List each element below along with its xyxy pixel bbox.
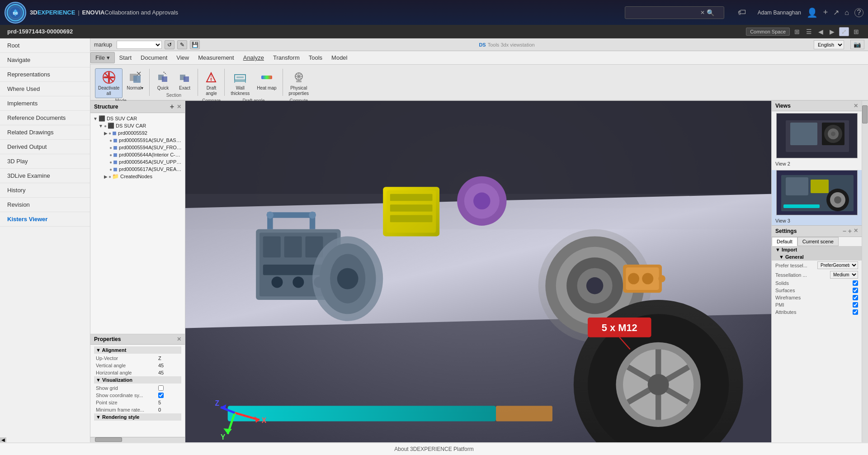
tree-node-4[interactable]: ● ◼ prd00005594A(SUV_FRONT_PA <box>92 144 183 151</box>
general-section-header[interactable]: ▼ General <box>772 253 862 261</box>
user-avatar-icon[interactable]: 👤 <box>807 7 818 18</box>
search-icon[interactable]: 🔍 <box>707 9 714 16</box>
screenshot-btn[interactable]: 📷 <box>850 40 864 49</box>
settings-minus-btn[interactable]: − <box>843 228 846 235</box>
grid-icon[interactable]: ⊞ <box>793 27 802 36</box>
pmi-checkbox[interactable] <box>853 302 858 308</box>
help-icon[interactable]: ? <box>854 8 863 17</box>
viewer-main[interactable]: ✕ DS SUV CAR.3dvs <box>185 101 771 442</box>
visibility-icon[interactable]: ● <box>108 174 111 179</box>
views-close-btn[interactable]: ✕ <box>854 103 858 109</box>
sidebar-item-kisters[interactable]: Kisters Viewer <box>0 212 90 227</box>
sidebar-item-where-used[interactable]: Where Used <box>0 82 90 96</box>
wireframes-checkbox[interactable] <box>853 295 858 300</box>
structure-close-btn[interactable]: ✕ <box>177 104 181 110</box>
settings-tab-default[interactable]: Default <box>772 237 797 246</box>
tree-node-5[interactable]: ● ◼ prd00005644A(Interior C-Beyond <box>92 151 183 158</box>
sidebar-item-3d-play[interactable]: 3D Play <box>0 154 90 169</box>
scrollbar-thumb[interactable] <box>95 437 122 442</box>
sidebar-item-revision[interactable]: Revision <box>0 198 90 212</box>
visibility-icon[interactable]: ● <box>109 160 112 165</box>
quick-btn[interactable]: Quick <box>152 68 173 93</box>
tree-node-1[interactable]: ▼ ● ⬛ DS SUV CAR <box>92 122 183 129</box>
nav-forward-icon[interactable]: ▶ <box>828 27 836 36</box>
view2-item[interactable]: View 2 <box>772 113 862 168</box>
start-menu-item[interactable]: Start <box>115 52 136 63</box>
visibility-icon[interactable]: ● <box>109 138 112 143</box>
visualization-section-header[interactable]: ▼ Visualization <box>94 376 181 384</box>
solids-checkbox[interactable] <box>853 280 858 286</box>
tree-arrow[interactable]: ▼ <box>99 123 103 128</box>
show-grid-checkbox[interactable] <box>158 385 164 391</box>
language-select[interactable]: English <box>814 40 844 49</box>
sidebar-item-related-drawings[interactable]: Related Drawings <box>0 125 90 140</box>
tree-node-6[interactable]: ● ◼ prd00005645A(SUV_UPPER_PA <box>92 158 183 166</box>
sidebar-item-representations[interactable]: Representations <box>0 67 90 82</box>
expand-icon[interactable]: ⊞ <box>852 27 861 36</box>
visibility-icon[interactable]: ● <box>109 152 112 157</box>
clear-search-icon[interactable]: ✕ <box>700 9 705 16</box>
draft-angle-btn[interactable]: α Draftangle <box>201 68 222 98</box>
document-menu-item[interactable]: Document <box>136 52 172 63</box>
sidebar-item-3dlive[interactable]: 3DLive Examine <box>0 169 90 183</box>
import-section-header[interactable]: ▼ Import <box>772 246 862 253</box>
horizontal-scrollbar[interactable] <box>90 437 185 442</box>
car-scene[interactable]: X Y Z 5 x M12 <box>185 101 771 442</box>
properties-close-btn[interactable]: ✕ <box>177 336 181 342</box>
wall-thickness-btn[interactable]: Wallthickness <box>227 68 253 98</box>
view3-item[interactable]: View 3 <box>772 170 862 225</box>
sidebar-item-reference-documents[interactable]: Reference Documents <box>0 111 90 125</box>
sidebar-collapse-btn[interactable]: ◀ <box>0 437 6 442</box>
exact-btn[interactable]: Exact <box>174 68 195 93</box>
tree-node-7[interactable]: ● ◼ prd00005617A(SUV_REARZON <box>92 166 183 173</box>
surfaces-checkbox[interactable] <box>853 288 858 293</box>
markup-btn-edit[interactable]: ✎ <box>177 40 187 49</box>
search-input[interactable] <box>628 9 700 16</box>
settings-plus-btn[interactable]: + <box>848 228 852 235</box>
view-menu-item[interactable]: View <box>172 52 193 63</box>
markup-btn-refresh[interactable]: ↺ <box>165 40 175 49</box>
main-scrollbar[interactable] <box>862 101 868 442</box>
tree-arrow[interactable]: ▶ <box>104 174 108 179</box>
settings-close-btn[interactable]: ✕ <box>854 228 858 235</box>
sidebar-item-root[interactable]: Root <box>0 38 90 53</box>
normal-btn[interactable]: Normal▾ <box>123 68 146 93</box>
menu-icon[interactable]: ☰ <box>804 27 814 36</box>
home-icon[interactable]: ⌂ <box>844 9 849 17</box>
sidebar-item-history[interactable]: History <box>0 183 90 198</box>
fullscreen-icon[interactable]: ⤢ <box>839 27 849 36</box>
rendering-section-header[interactable]: ▼ Rendering style <box>94 413 181 421</box>
add-icon[interactable]: + <box>823 8 828 17</box>
tree-node-2[interactable]: ▶ ● ◼ prd00005592 <box>92 129 183 137</box>
visibility-icon[interactable]: ● <box>108 131 111 136</box>
share-icon[interactable]: ↗ <box>833 8 839 17</box>
prefer-tessel-select[interactable]: PreferGeometr <box>817 261 858 269</box>
visibility-icon[interactable]: ● <box>109 145 112 150</box>
model-menu-item[interactable]: Model <box>327 52 352 63</box>
settings-tab-current-scene[interactable]: Current scene <box>797 237 839 246</box>
show-coords-checkbox[interactable] <box>158 393 164 398</box>
tree-node-8[interactable]: ▶ ● 📁 CreatedNodes <box>92 173 183 180</box>
physical-props-btn[interactable]: Physicalproperties <box>286 68 312 98</box>
tree-node-root[interactable]: ▼ ⬛ DS SUV CAR <box>92 115 183 122</box>
tree-arrow[interactable]: ▶ <box>104 131 108 136</box>
tree-arrow[interactable]: ▼ <box>93 116 98 121</box>
attributes-checkbox[interactable] <box>853 309 858 315</box>
visibility-icon[interactable]: ● <box>109 167 112 172</box>
scrollbar-thumb[interactable] <box>862 105 868 123</box>
file-menu-btn[interactable]: File ▾ <box>90 52 115 63</box>
nav-back-icon[interactable]: ◀ <box>816 27 825 36</box>
analyze-menu-item[interactable]: Analyze <box>239 52 269 63</box>
sidebar-item-implements[interactable]: Implements <box>0 96 90 111</box>
alignment-section-header[interactable]: ▼ Alignment <box>94 346 181 354</box>
structure-add-btn[interactable]: + <box>170 103 174 111</box>
common-space-btn[interactable]: Common Space <box>746 28 790 36</box>
measurement-menu-item[interactable]: Measurement <box>193 52 238 63</box>
markup-select[interactable] <box>117 41 162 49</box>
markup-btn-save[interactable]: 💾 <box>190 40 200 49</box>
heat-map-btn[interactable]: Heat map <box>254 68 279 93</box>
tools-menu-item[interactable]: Tools <box>304 52 327 63</box>
transform-menu-item[interactable]: Transform <box>269 52 304 63</box>
tag-icon[interactable]: 🏷 <box>738 8 746 17</box>
tessellation-select[interactable]: Medium <box>830 271 858 279</box>
